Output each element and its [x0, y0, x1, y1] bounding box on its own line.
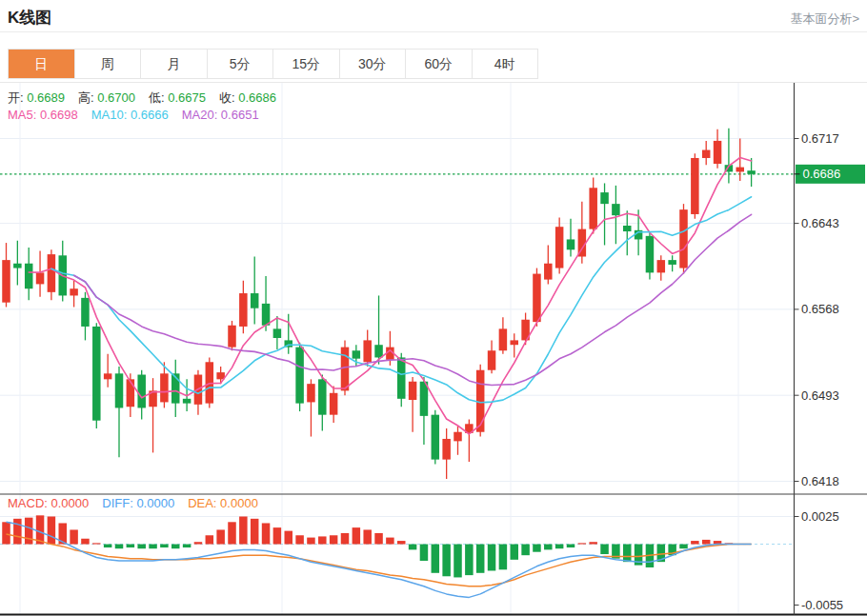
- legend-item: MA10: 0.6666: [91, 108, 169, 122]
- legend-item: MA5: 0.6698: [8, 108, 78, 122]
- legend-item: 收: 0.6686: [219, 89, 276, 107]
- ohlc-legend: 开: 0.6689高: 0.6700低: 0.6675收: 0.6686: [8, 89, 276, 107]
- ma-lines-layer: [29, 158, 751, 434]
- current-price-tag: 0.6686: [795, 165, 866, 184]
- grid-layer: [0, 82, 795, 615]
- header-divider: [0, 31, 867, 32]
- ma-legend: MA5: 0.6698MA10: 0.6666MA20: 0.6651: [8, 108, 259, 122]
- legend-item: DIFF: 0.0000: [102, 496, 174, 510]
- period-tab-30分[interactable]: 30分: [340, 50, 407, 78]
- legend-item: 开: 0.6689: [8, 89, 65, 107]
- period-tab-15分[interactable]: 15分: [273, 50, 340, 78]
- page-title: K线图: [8, 7, 51, 29]
- period-tabbar: 日周月5分15分30分60分4时: [8, 49, 538, 79]
- chart-top-border: [0, 82, 867, 83]
- axis-layer: [0, 82, 867, 615]
- macd-legend: MACD: 0.0000DIFF: 0.0000DEA: 0.0000: [8, 496, 258, 510]
- legend-item: DEA: 0.0000: [188, 496, 258, 510]
- period-tab-日[interactable]: 日: [9, 50, 75, 78]
- fundamental-analysis-link[interactable]: 基本面分析>: [790, 10, 859, 28]
- current-price-tag-label: 0.6686: [803, 167, 841, 181]
- period-tab-60分[interactable]: 60分: [406, 50, 473, 78]
- y-tick-label: -0.0055: [801, 598, 843, 612]
- y-tick-label: 0.6568: [801, 302, 839, 316]
- y-tick-label: 0.6643: [801, 216, 839, 230]
- y-tick-label: 0.6418: [801, 474, 839, 488]
- kline-widget: 0.67170.66430.65680.64930.64180.0025-0.0…: [0, 0, 867, 616]
- y-tick-label: 0.6493: [801, 388, 839, 403]
- macd-layer: [0, 515, 795, 597]
- y-tick-label: 0.0025: [801, 509, 839, 524]
- candlestick-layer: [2, 129, 756, 479]
- period-tab-5分[interactable]: 5分: [208, 50, 274, 78]
- period-tab-周[interactable]: 周: [75, 50, 142, 78]
- period-tab-4时[interactable]: 4时: [473, 50, 538, 78]
- legend-item: 高: 0.6700: [78, 89, 135, 107]
- y-axis-labels: 0.67170.66430.65680.64930.64180.0025-0.0…: [795, 131, 844, 612]
- legend-item: 低: 0.6675: [149, 89, 206, 107]
- legend-item: MA20: 0.6651: [182, 108, 259, 122]
- legend-item: MACD: 0.0000: [8, 496, 89, 510]
- y-tick-label: 0.6717: [801, 131, 839, 146]
- period-tab-月[interactable]: 月: [141, 50, 208, 78]
